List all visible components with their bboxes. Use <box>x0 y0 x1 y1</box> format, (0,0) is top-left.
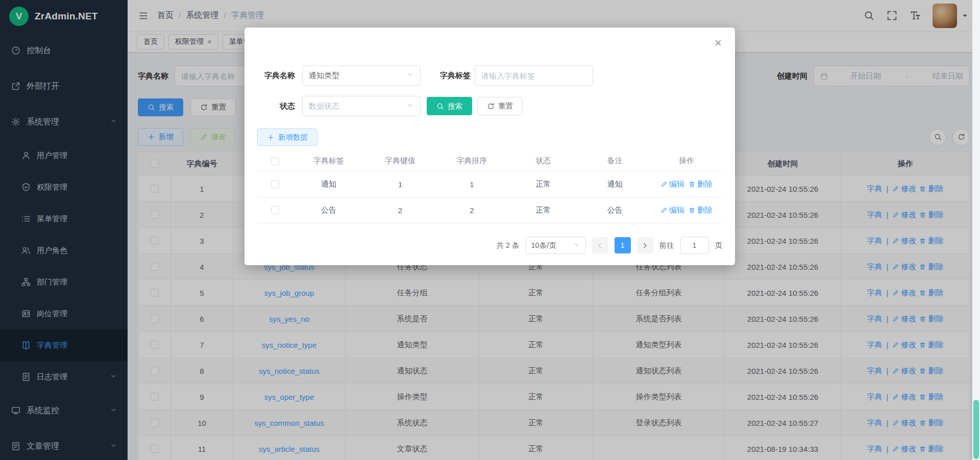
cell-dict-value: 1 <box>364 171 436 197</box>
add-data-button[interactable]: 新增数据 <box>257 129 317 146</box>
dialog-reset-label: 重置 <box>498 101 513 111</box>
dialog-reset-button[interactable]: 重置 <box>477 97 523 115</box>
cell-remark: 公告 <box>579 197 651 223</box>
dialog-form-row: 字典名称 通知类型 字典标签 <box>257 65 722 86</box>
select-all-checkbox[interactable] <box>271 157 279 165</box>
status-select-placeholder: 数据状态 <box>309 101 339 111</box>
dialog-form-row: 状态 数据状态 搜索 重置 <box>257 96 722 116</box>
dialog-table-row[interactable]: 通知 1 1 正常 通知 编辑 删除 <box>257 171 722 197</box>
row-checkbox[interactable] <box>271 180 279 188</box>
scrollbar-thumb[interactable] <box>973 400 979 459</box>
header-dict-value: 字典键值 <box>364 151 436 171</box>
cell-dict-sort: 1 <box>436 171 507 197</box>
page-number-button[interactable]: 1 <box>615 237 631 253</box>
edit-row-link[interactable]: 编辑 <box>660 206 684 215</box>
status-select[interactable]: 数据状态 <box>302 96 421 116</box>
dict-name-select[interactable]: 通知类型 <box>302 65 421 86</box>
chevron-down-icon <box>406 71 414 80</box>
header-dict-label: 字典标签 <box>293 151 364 171</box>
page-scrollbar[interactable] <box>972 0 980 460</box>
chevron-down-icon <box>573 241 580 250</box>
page-size-value: 10条/页 <box>531 241 556 250</box>
dict-name-select-value: 通知类型 <box>309 71 339 81</box>
dialog-search-label: 搜索 <box>448 101 462 111</box>
pagination-total: 共 2 条 <box>496 241 519 250</box>
delete-row-link[interactable]: 删除 <box>689 180 713 189</box>
dialog-filter-form: 字典名称 通知类型 字典标签 状态 数据状态 搜索 重置 <box>257 28 722 116</box>
cell-status: 正常 <box>508 197 579 223</box>
prev-page-button[interactable] <box>592 237 608 253</box>
goto-page-input[interactable] <box>680 237 709 254</box>
cell-remark: 通知 <box>579 171 651 197</box>
dict-label-input[interactable] <box>475 65 593 86</box>
cell-dict-sort: 2 <box>436 197 507 223</box>
dict-name-label: 字典名称 <box>257 71 302 81</box>
dialog-search-button[interactable]: 搜索 <box>427 97 472 115</box>
row-checkbox[interactable] <box>271 206 279 214</box>
dialog-table-header: 字典标签 字典键值 字典排序 状态 备注 操作 <box>257 151 722 171</box>
cell-dict-value: 2 <box>364 197 436 223</box>
header-ops: 操作 <box>651 151 722 171</box>
close-icon[interactable]: × <box>715 37 722 49</box>
pagination: 共 2 条 10条/页 1 前往 页 <box>257 237 722 254</box>
cell-status: 正常 <box>508 171 579 197</box>
add-data-label: 新增数据 <box>278 133 308 142</box>
header-remark: 备注 <box>579 151 651 171</box>
next-page-button[interactable] <box>637 237 653 253</box>
cell-dict-label: 通知 <box>293 171 364 197</box>
header-dict-sort: 字典排序 <box>436 151 507 171</box>
status-label: 状态 <box>257 101 302 111</box>
dict-data-dialog: × 字典名称 通知类型 字典标签 状态 数据状态 搜索 重置 <box>244 28 735 265</box>
chevron-down-icon <box>406 101 414 111</box>
header-status: 状态 <box>508 151 579 171</box>
cell-dict-label: 公告 <box>293 197 364 223</box>
delete-row-link[interactable]: 删除 <box>689 206 713 215</box>
goto-unit: 页 <box>715 241 723 250</box>
page-size-select[interactable]: 10条/页 <box>526 237 586 254</box>
edit-row-link[interactable]: 编辑 <box>660 180 684 189</box>
dialog-table-body: 通知 1 1 正常 通知 编辑 删除 公告 2 2 正常 <box>257 171 722 223</box>
dialog-table-row[interactable]: 公告 2 2 正常 公告 编辑 删除 <box>257 197 722 223</box>
goto-label: 前往 <box>659 241 674 250</box>
dict-label-label: 字典标签 <box>433 71 471 81</box>
dict-data-table: 字典标签 字典键值 字典排序 状态 备注 操作 通知 1 1 正常 通知 编辑 … <box>257 151 722 223</box>
